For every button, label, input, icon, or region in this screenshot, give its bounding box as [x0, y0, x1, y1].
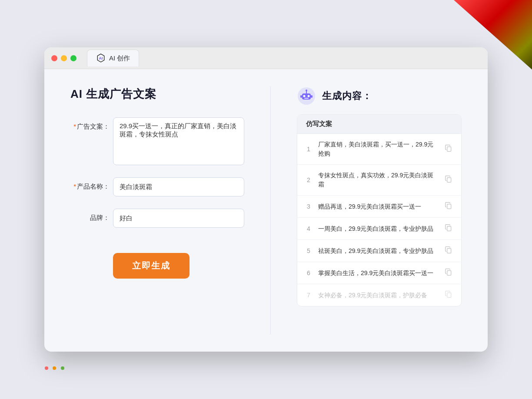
svg-rect-9 [300, 95, 302, 98]
result-table: 仿写文案 1厂家直销，美白淡斑霜，买一送一，29.9元抢购 2专抹女性斑点，真实… [297, 114, 462, 306]
main-content: AI 生成广告文案 *广告文案： *产品名称： 品牌： 立 [44, 69, 488, 352]
table-row: 1厂家直销，美白淡斑霜，买一送一，29.9元抢购 [297, 134, 461, 165]
dot [45, 366, 48, 370]
svg-rect-13 [447, 204, 451, 209]
svg-point-7 [306, 90, 307, 91]
svg-rect-11 [447, 147, 451, 152]
copy-icon[interactable] [445, 290, 454, 300]
copy-icon[interactable] [445, 246, 454, 256]
right-panel: 生成内容： 仿写文案 1厂家直销，美白淡斑霜，买一送一，29.9元抢购 2专抹女… [297, 86, 462, 334]
row-text: 祛斑美白，29.9元美白淡斑霜，专业护肤品 [318, 246, 439, 256]
svg-point-5 [308, 95, 310, 97]
browser-window: AI AI 创作 AI 生成广告文案 *广告文案： *产品名称： [44, 47, 488, 352]
table-row: 7女神必备，29.9元美白淡斑霜，护肤必备 [297, 284, 461, 306]
ad-copy-input[interactable] [113, 117, 244, 165]
row-text: 厂家直销，美白淡斑霜，买一送一，29.9元抢购 [318, 140, 439, 158]
required-star: * [73, 123, 76, 130]
row-text: 一周美白，29.9元美白淡斑霜，专业护肤品 [318, 224, 439, 233]
generate-button[interactable]: 立即生成 [113, 253, 190, 279]
copy-icon[interactable] [445, 175, 454, 185]
result-rows: 1厂家直销，美白淡斑霜，买一送一，29.9元抢购 2专抹女性斑点，真实功效，29… [297, 134, 461, 306]
svg-text:AI: AI [99, 56, 103, 60]
page-title: AI 生成广告文案 [70, 86, 244, 102]
tab-title: AI 创作 [109, 54, 130, 63]
product-name-group: *产品名称： [70, 177, 244, 196]
table-row: 4一周美白，29.9元美白淡斑霜，专业护肤品 [297, 218, 461, 240]
left-panel: AI 生成广告文案 *广告文案： *产品名称： 品牌： 立 [70, 86, 244, 334]
ad-copy-group: *广告文案： [70, 117, 244, 165]
row-number: 2 [304, 176, 313, 183]
dot [61, 366, 64, 370]
brand-label: 品牌： [70, 209, 110, 223]
title-bar: AI AI 创作 [44, 47, 488, 69]
row-text: 掌握美白生活，29.9元美白淡斑霜买一送一 [318, 269, 439, 278]
table-row: 6掌握美白生活，29.9元美白淡斑霜买一送一 [297, 262, 461, 284]
svg-rect-17 [447, 293, 451, 298]
table-header: 仿写文案 [297, 115, 461, 134]
row-text: 赠品再送，29.9元美白淡斑霜买一送一 [318, 202, 439, 211]
svg-rect-10 [311, 95, 313, 98]
row-number: 6 [304, 269, 313, 276]
row-number: 5 [304, 247, 313, 254]
required-star-2: * [73, 183, 76, 190]
table-row: 3赠品再送，29.9元美白淡斑霜买一送一 [297, 196, 461, 218]
ai-tab[interactable]: AI AI 创作 [87, 50, 139, 66]
row-text: 专抹女性斑点，真实功效，29.9元美白淡斑霜 [318, 171, 439, 189]
svg-rect-8 [304, 98, 309, 99]
product-name-input[interactable] [113, 177, 244, 196]
row-number: 4 [304, 225, 313, 232]
brand-group: 品牌： [70, 209, 244, 228]
svg-rect-14 [447, 226, 451, 231]
copy-icon[interactable] [445, 224, 454, 233]
traffic-lights [51, 55, 76, 61]
svg-point-4 [303, 95, 306, 97]
svg-rect-16 [447, 271, 451, 276]
svg-rect-15 [447, 249, 451, 253]
row-number: 3 [304, 203, 313, 210]
minimize-button[interactable] [61, 55, 67, 61]
row-number: 7 [304, 292, 313, 299]
close-button[interactable] [51, 55, 57, 61]
robot-icon [297, 86, 316, 106]
copy-icon[interactable] [445, 144, 454, 154]
maximize-button[interactable] [70, 55, 76, 61]
svg-rect-12 [447, 178, 451, 183]
copy-icon[interactable] [445, 202, 454, 211]
table-row: 5祛斑美白，29.9元美白淡斑霜，专业护肤品 [297, 240, 461, 262]
product-name-label: *产品名称： [70, 177, 110, 192]
ad-copy-label: *广告文案： [70, 117, 110, 132]
deco-dots [43, 365, 66, 373]
brand-input[interactable] [113, 209, 244, 228]
panel-divider [270, 86, 271, 334]
result-header: 生成内容： [297, 86, 462, 106]
row-number: 1 [304, 146, 313, 153]
row-text: 女神必备，29.9元美白淡斑霜，护肤必备 [318, 291, 439, 300]
result-title: 生成内容： [322, 90, 372, 103]
table-row: 2专抹女性斑点，真实功效，29.9元美白淡斑霜 [297, 165, 461, 196]
ai-tab-icon: AI [96, 53, 106, 63]
dot [53, 366, 56, 370]
copy-icon[interactable] [445, 268, 454, 278]
